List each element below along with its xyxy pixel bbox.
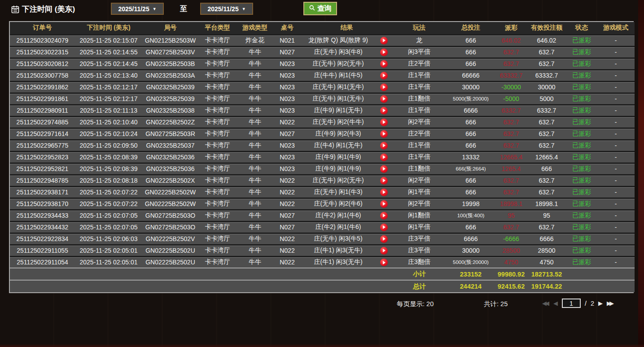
col-header-game-type: 游戏类型	[237, 22, 273, 35]
next-page-button[interactable]: ▶	[598, 300, 603, 307]
replay-video-button[interactable]	[380, 48, 388, 56]
play-icon	[383, 109, 386, 112]
replay-video-button[interactable]	[380, 165, 388, 173]
grand-total-valid: 191744.22	[527, 280, 566, 292]
payout-amount: -30000	[495, 81, 527, 93]
bet-option: 庄1平倍	[392, 140, 446, 151]
replay-video-button[interactable]	[380, 130, 388, 138]
date-to-select[interactable]: 2025/11/25 ▼	[200, 3, 253, 15]
play-icon	[383, 261, 386, 264]
replay-video-button[interactable]	[380, 189, 388, 196]
table-number: N027	[273, 221, 301, 233]
replay-video-button[interactable]	[380, 83, 388, 91]
valid-bet-amount: 95	[527, 210, 566, 221]
round-id: GN02725B2503O	[142, 221, 198, 233]
replay-video-button[interactable]	[380, 224, 388, 231]
bet-time: 2025-11-25 02:05:01	[75, 256, 142, 268]
table-number: N023	[273, 58, 301, 70]
result-text: 庄(牛9) 闲1(牛9)	[301, 163, 375, 175]
result-text: 庄(无牛) 闲1(牛3)	[301, 186, 375, 198]
replay-video-button[interactable]	[380, 212, 388, 220]
table-number: N022	[273, 233, 301, 245]
table-number: N022	[273, 256, 301, 268]
result-text: 庄(无牛) 闲1(无牛)	[301, 81, 375, 93]
platform-type: 卡卡湾厅	[198, 163, 237, 175]
table-row: 251125023007758 2025-11-25 02:13:40 GN02…	[10, 70, 635, 81]
total-bet: 5000(预:20000)	[446, 256, 495, 268]
last-page-button[interactable]: ▶▶	[607, 300, 614, 307]
replay-video-button[interactable]	[380, 154, 388, 161]
valid-bet-amount: 666	[527, 163, 566, 175]
status-badge: 已派彩	[566, 81, 597, 93]
status-badge: 已派彩	[566, 221, 597, 233]
round-id: GN02325B25039	[142, 93, 198, 105]
bet-time: 2025-11-25 02:10:24	[75, 128, 142, 140]
replay-video-button[interactable]	[380, 37, 388, 44]
date-from-select[interactable]: 2025/11/25 ▼	[111, 3, 164, 15]
order-id: 251125022991861	[10, 93, 75, 105]
search-button[interactable]: 查询	[303, 2, 337, 15]
replay-video-button[interactable]	[380, 177, 388, 184]
round-id: GN02325B2503A	[142, 70, 198, 81]
valid-bet-amount: 632.7	[527, 46, 566, 58]
game-mode: -	[597, 245, 635, 256]
round-id: GN02725B2503R	[142, 128, 198, 140]
chevron-down-icon: ▼	[153, 7, 157, 11]
replay-video-button[interactable]	[380, 235, 388, 243]
search-icon	[309, 4, 315, 13]
subtotal-label: 小计	[10, 268, 446, 280]
valid-bet-amount: 632.7	[527, 221, 566, 233]
valid-bet-amount: 646.02	[527, 35, 566, 46]
replay-video-button[interactable]	[380, 259, 388, 266]
order-id: 251125022934433	[10, 210, 75, 221]
right-edge-decoration	[638, 0, 644, 347]
bet-option: 闲3平倍	[392, 46, 446, 58]
order-id: 251125022911054	[10, 256, 75, 268]
first-page-button[interactable]: ◀◀	[542, 300, 549, 307]
total-pages-value: 2	[591, 300, 594, 307]
status-badge: 已派彩	[566, 175, 597, 186]
total-bet: 666	[446, 46, 495, 58]
total-count-value: 25	[500, 300, 508, 307]
replay-video-button[interactable]	[380, 119, 388, 126]
replay-video-button[interactable]	[380, 200, 388, 208]
game-mode: -	[597, 198, 635, 210]
valid-bet-amount: 632.7	[527, 140, 566, 151]
platform-type: 卡卡湾厅	[198, 70, 237, 81]
replay-video-button[interactable]	[380, 142, 388, 149]
order-id: 251125022974885	[10, 116, 75, 128]
status-badge: 已派彩	[566, 93, 597, 105]
grand-total-payout: 92415.62	[495, 280, 527, 292]
order-id: 251125023020812	[10, 58, 75, 70]
replay-video-button[interactable]	[380, 247, 388, 255]
replay-video-button[interactable]	[380, 95, 388, 103]
table-number: N023	[273, 70, 301, 81]
prev-page-button[interactable]: ◀	[553, 300, 558, 307]
play-icon	[383, 249, 386, 252]
game-mode: -	[597, 175, 635, 186]
page-number-input[interactable]	[562, 299, 581, 308]
replay-video-button[interactable]	[380, 60, 388, 68]
result-text: 庄(牛牛) 闲1(牛5)	[301, 70, 375, 81]
play-icon	[383, 97, 386, 101]
table-row: 251125023024079 2025-11-25 02:15:07 GN02…	[10, 35, 635, 46]
col-header-order: 订单号	[10, 22, 75, 35]
total-count-label: 共计:	[484, 300, 499, 307]
game-type: 牛牛	[237, 221, 273, 233]
play-icon	[383, 225, 386, 229]
table-row: 251125022991862 2025-11-25 02:12:17 GN02…	[10, 81, 635, 93]
valid-bet-amount: 4750	[527, 256, 566, 268]
game-type: 牛牛	[237, 151, 273, 163]
grand-total-label: 总计	[10, 280, 446, 292]
play-icon	[383, 214, 386, 217]
bet-time: 2025-11-25 02:07:22	[75, 198, 142, 210]
total-bet: 666(预:2664)	[446, 163, 495, 175]
replay-video-button[interactable]	[380, 72, 388, 79]
platform-type: 卡卡湾厅	[198, 233, 237, 245]
valid-bet-amount: 632.7	[527, 186, 566, 198]
valid-bet-amount: 30000	[527, 81, 566, 93]
status-badge: 已派彩	[566, 128, 597, 140]
bet-option: 庄1平倍	[392, 81, 446, 93]
round-id: GN02725B2503V	[142, 46, 198, 58]
replay-video-button[interactable]	[380, 107, 388, 114]
